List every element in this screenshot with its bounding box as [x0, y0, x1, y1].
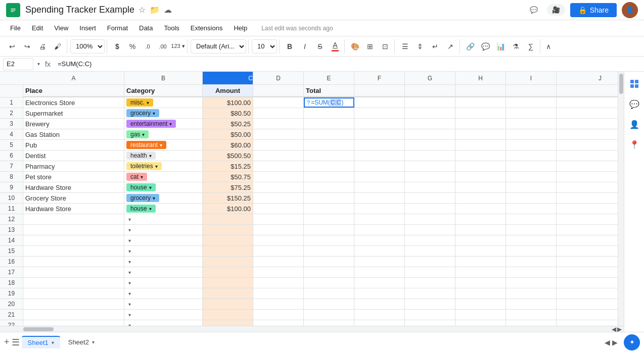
comment-icon[interactable]: 💬 — [526, 2, 542, 18]
cell-e9[interactable] — [304, 172, 354, 182]
cell-i1[interactable] — [506, 85, 557, 97]
sheets-menu-button[interactable]: ☰ — [12, 337, 20, 348]
cell-i12[interactable] — [506, 204, 557, 214]
filter-button[interactable]: ⚗ — [509, 39, 523, 54]
col-header-f[interactable]: F — [354, 72, 405, 84]
cell-a11[interactable]: Grocery Store — [23, 193, 124, 203]
cell-h21[interactable] — [455, 299, 506, 309]
cell-c13[interactable] — [203, 214, 253, 224]
horizontal-scrollbar[interactable]: ◀ ▶ — [0, 326, 624, 332]
col-header-a[interactable]: A — [23, 72, 124, 84]
add-sheet-button[interactable]: + — [4, 337, 10, 347]
cell-b19[interactable]: ▾ — [124, 278, 203, 288]
font-select[interactable]: Default (Ari... — [191, 39, 246, 54]
cell-c1[interactable]: Amount — [203, 85, 253, 97]
cell-f22[interactable] — [354, 310, 405, 320]
cell-c20[interactable] — [203, 288, 253, 298]
col-header-e[interactable]: E — [304, 72, 354, 84]
cell-e15[interactable] — [304, 235, 354, 245]
cell-b3[interactable]: grocery ▾ — [124, 108, 203, 118]
cell-ref-dropdown[interactable]: ▾ — [37, 61, 40, 67]
cell-a13[interactable] — [23, 214, 124, 224]
cell-d18[interactable] — [253, 267, 304, 277]
cell-f20[interactable] — [354, 288, 405, 298]
row-num-15[interactable]: 15 — [0, 246, 23, 257]
cell-e8[interactable] — [304, 161, 354, 171]
cell-e14[interactable] — [304, 225, 354, 235]
row-num-3[interactable]: 3 — [0, 119, 23, 129]
cell-g21[interactable] — [405, 299, 455, 309]
cell-d3[interactable] — [253, 108, 304, 118]
menu-format[interactable]: Format — [102, 22, 133, 34]
cell-a1[interactable]: Place — [23, 85, 124, 97]
row-num-20[interactable]: 20 — [0, 299, 23, 310]
cell-b4[interactable]: entertainment ▾ — [124, 119, 203, 129]
vertical-scrollbar[interactable] — [618, 72, 624, 326]
cell-f19[interactable] — [354, 278, 405, 288]
cell-c21[interactable] — [203, 299, 253, 309]
cell-h4[interactable] — [455, 119, 506, 129]
cell-b15[interactable]: ▾ — [124, 235, 203, 245]
share-button[interactable]: 🔒 Share — [570, 3, 617, 17]
sheet2-tab[interactable]: Sheet2 ▾ — [62, 336, 101, 348]
cell-d15[interactable] — [253, 235, 304, 245]
cell-i13[interactable] — [506, 214, 557, 224]
col-header-b[interactable]: B — [124, 72, 203, 84]
row-num-21[interactable]: 21 — [0, 310, 23, 320]
cell-e5[interactable] — [304, 129, 354, 139]
cell-g13[interactable] — [405, 214, 455, 224]
cell-b8[interactable]: toiletries ▾ — [124, 161, 203, 171]
cell-g16[interactable] — [405, 246, 455, 256]
cell-d17[interactable] — [253, 257, 304, 267]
cell-h19[interactable] — [455, 278, 506, 288]
decimal-increase-button[interactable]: .00 — [156, 39, 170, 54]
cell-b10[interactable]: house ▾ — [124, 182, 203, 192]
row-num-4[interactable]: 4 — [0, 129, 23, 140]
cell-h16[interactable] — [455, 246, 506, 256]
font-size-select[interactable]: 10 — [252, 39, 277, 54]
row-num-1[interactable]: 1 — [0, 97, 23, 108]
cell-a17[interactable] — [23, 257, 124, 267]
cell-e11[interactable] — [304, 193, 354, 203]
cell-d14[interactable] — [253, 225, 304, 235]
cell-i14[interactable] — [506, 225, 557, 235]
cell-d21[interactable] — [253, 299, 304, 309]
cell-a16[interactable] — [23, 246, 124, 256]
cell-i20[interactable] — [506, 288, 557, 298]
cell-f4[interactable] — [354, 119, 405, 129]
cell-b17[interactable]: ▾ — [124, 257, 203, 267]
hide-controls-button[interactable]: ∧ — [541, 39, 556, 54]
star-icon[interactable]: ☆ — [139, 5, 146, 15]
cell-c14[interactable] — [203, 225, 253, 235]
cell-h6[interactable] — [455, 140, 506, 150]
cell-f21[interactable] — [354, 299, 405, 309]
chart-button[interactable]: 📊 — [493, 39, 508, 54]
cell-e18[interactable] — [304, 267, 354, 277]
cell-e6[interactable] — [304, 140, 354, 150]
cell-c7[interactable]: $500.50 — [203, 150, 253, 161]
cell-d2[interactable] — [253, 97, 304, 108]
cell-g8[interactable] — [405, 161, 455, 171]
cell-c12[interactable]: $100.00 — [203, 204, 253, 214]
cell-b9[interactable]: cat ▾ — [124, 172, 203, 182]
cell-e22[interactable] — [304, 310, 354, 320]
menu-help[interactable]: Help — [228, 22, 252, 34]
row-num-13[interactable]: 13 — [0, 225, 23, 235]
cell-a2[interactable]: Electronics Store — [23, 97, 124, 108]
sidebar-maps-icon[interactable]: 📍 — [626, 136, 642, 153]
font-color-button[interactable]: A — [328, 39, 342, 54]
row-num-18[interactable]: 18 — [0, 278, 23, 288]
cell-b6[interactable]: restaurant ▾ — [124, 140, 203, 150]
row-num-6[interactable]: 6 — [0, 150, 23, 161]
cell-h9[interactable] — [455, 172, 506, 182]
cell-d20[interactable] — [253, 288, 304, 298]
cell-g9[interactable] — [405, 172, 455, 182]
bold-button[interactable]: B — [283, 39, 297, 54]
row-num-2[interactable]: 2 — [0, 108, 23, 119]
row-num-19[interactable]: 19 — [0, 288, 23, 299]
scroll-next-icon[interactable]: ▶ — [612, 338, 618, 346]
cell-f13[interactable] — [354, 214, 405, 224]
cell-d13[interactable] — [253, 214, 304, 224]
cell-f3[interactable] — [354, 108, 405, 118]
menu-tools[interactable]: Tools — [159, 22, 184, 34]
